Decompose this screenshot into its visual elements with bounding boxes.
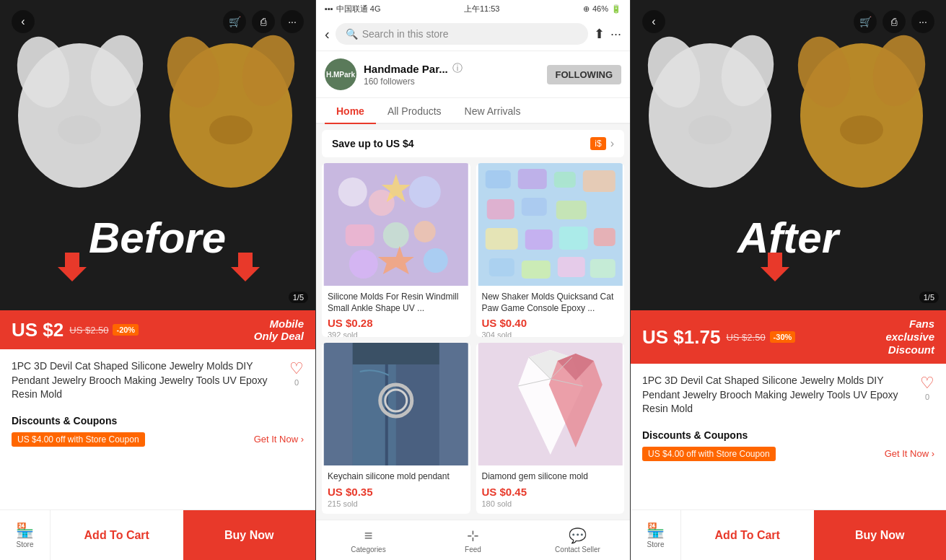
product-card-3[interactable]: Diamond gem silicone mold US $0.45 180 s… [476,343,625,514]
svg-rect-36 [590,259,615,278]
promo-banner[interactable]: Save up to US $4 i$ › [322,130,624,157]
store-icon-right: 🏪 [647,522,665,539]
add-to-cart-button-left[interactable]: Add To Cart [51,510,183,560]
price-bar-left: US $2 US $2.50 -20% MobileOnly Deal [0,310,315,349]
tab-feed[interactable]: ⊹ Feed [421,520,525,560]
right-panel: ‹ 🛒 ⎙ ··· After 1/5 US [631,0,946,560]
wishlist-count-left: 0 [294,378,299,387]
product-card-sold-1: 304 sold [482,331,619,337]
cart-button-right[interactable]: 🛒 [854,10,877,33]
product-card-info-2: Keychain silicone mold pendant US $0.35 … [322,465,470,514]
store-info-icon[interactable]: ⓘ [452,62,463,75]
svg-point-4 [58,115,101,144]
svg-rect-16 [346,224,375,246]
product-card-0[interactable]: Silicone Molds For Resin Windmill Small … [322,163,470,337]
nav-right-icons-left: 🛒 ⎙ ··· [223,10,304,33]
status-bar: ▪▪▪ 中国联通 4G 上午11:53 ⊕ 46% 🔋 [316,0,630,17]
share-button-right[interactable]: ⎙ [883,10,906,33]
deal-label-right: FansexclusiveDiscount [885,318,934,356]
search-placeholder: Search in this store [362,28,449,40]
svg-text:Before: Before [89,214,226,262]
svg-point-15 [409,176,441,208]
back-button-left[interactable]: ‹ [12,10,35,33]
bottom-tabs: ≡ Categories ⊹ Feed 💬 Contact Seller [316,520,630,560]
product-info-left: 1PC 3D Devil Cat Shaped Silicone Jewelry… [0,349,315,509]
left-panel: ‹ 🛒 ⎙ ··· Before 1/5 [0,0,315,560]
search-input-container[interactable]: 🔍 Search in this store [336,23,588,45]
store-avatar: H.MPark [325,58,356,90]
svg-rect-22 [485,170,510,188]
feed-icon: ⊹ [467,527,479,544]
product-title-left: 1PC 3D Devil Cat Shaped Silicone Jewelry… [12,359,282,402]
svg-rect-28 [556,201,586,219]
svg-point-20 [424,248,448,273]
product-card-info-0: Silicone Molds For Resin Windmill Small … [322,286,470,337]
product-card-sold-3: 180 sold [482,499,619,508]
svg-rect-27 [521,198,546,216]
contact-label: Contact Seller [555,546,600,554]
buy-now-button-right[interactable]: Buy Now [814,510,947,560]
product-image-1 [476,163,625,286]
tab-contact-seller[interactable]: 💬 Contact Seller [525,520,630,560]
contact-icon: 💬 [569,527,587,544]
categories-label: Categories [351,546,385,554]
store-followers: 160 followers [364,76,547,87]
svg-rect-30 [525,229,552,250]
signal-icon: ▪▪▪ [325,4,333,13]
product-card-2[interactable]: Keychain silicone mold pendant US $0.35 … [322,343,470,514]
gps-icon: ⊕ [583,4,590,14]
tab-categories[interactable]: ≡ Categories [316,520,421,560]
wishlist-count-right: 0 [925,393,929,401]
svg-rect-31 [559,227,587,250]
nav-right-icons-right: 🛒 ⎙ ··· [854,10,934,33]
store-details: Handmade Par... ⓘ 160 followers [364,62,547,87]
buy-now-button-left[interactable]: Buy Now [183,510,316,560]
discounts-title-right: Discounts & Coupons [642,429,934,441]
svg-point-17 [383,222,409,248]
price-current-left: US $2 [12,319,63,341]
wishlist-button-right[interactable]: ♡0 [920,374,934,419]
product-card-info-3: Diamond gem silicone mold US $0.45 180 s… [476,465,625,514]
tab-all-products[interactable]: All Products [376,98,453,123]
discounts-section-left: Discounts & Coupons US $4.00 off with St… [12,415,304,447]
bottom-bar-right: 🏪 Store Add To Cart Buy Now [631,509,946,560]
svg-text:After: After [736,214,841,262]
share-button-left[interactable]: ⎙ [252,10,275,33]
price-original-left: US $2.50 [69,325,108,336]
store-button-left[interactable]: 🏪 Store [0,510,51,560]
store-name-row: Handmade Par... ⓘ [364,62,547,75]
svg-rect-32 [593,228,615,246]
product-card-price-3: US $0.45 [482,486,619,498]
product-artwork-left: Before [0,0,315,310]
more-button-left[interactable]: ··· [281,10,304,33]
share-button-center[interactable]: ⬆ [594,26,605,42]
get-it-now-right[interactable]: Get It Now › [885,448,934,459]
svg-rect-23 [517,169,546,189]
product-image-3 [476,343,625,465]
tab-home[interactable]: Home [325,98,376,123]
back-button-right[interactable]: ‹ [642,10,665,33]
more-button-right[interactable]: ··· [911,10,934,33]
discounts-title-left: Discounts & Coupons [12,415,304,426]
product-image-right: After 1/5 [631,0,946,310]
product-card-1[interactable]: New Shaker Molds Quicksand Cat Paw Game … [476,163,625,337]
page-indicator-right: 1/5 [919,292,939,303]
store-button-right[interactable]: 🏪 Store [631,510,681,560]
product-card-sold-2: 215 sold [328,499,465,508]
back-button-center[interactable]: ‹ [325,26,330,43]
cart-button-left[interactable]: 🛒 [223,10,246,33]
product-card-price-2: US $0.35 [328,486,465,498]
product-card-price-1: US $0.40 [482,317,619,329]
price-original-right: US $2.50 [726,332,765,343]
store-name: Handmade Par... [364,63,448,75]
add-to-cart-button-right[interactable]: Add To Cart [681,510,814,560]
more-button-center[interactable]: ··· [610,27,621,42]
svg-point-57 [688,115,732,144]
status-time: 上午11:53 [464,4,500,14]
wishlist-button-left[interactable]: ♡0 [289,359,304,405]
svg-rect-26 [486,199,514,219]
svg-point-19 [349,250,378,279]
tab-new-arrivals[interactable]: New Arrivals [453,98,533,123]
get-it-now-left[interactable]: Get It Now › [254,434,304,445]
following-button[interactable]: FOLLOWING [547,65,621,84]
